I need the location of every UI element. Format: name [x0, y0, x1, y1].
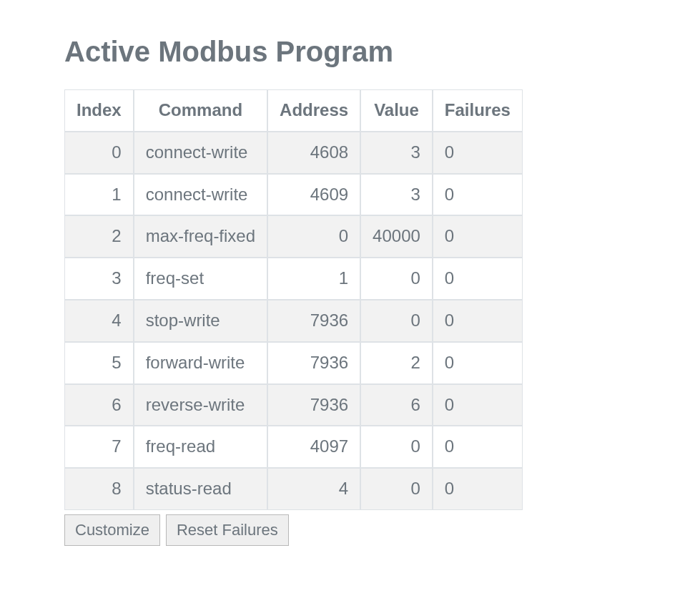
cell-command: reverse-write: [134, 384, 267, 426]
cell-index: 5: [64, 342, 134, 384]
modbus-program-table: Index Command Address Value Failures 0 c…: [64, 89, 523, 510]
cell-failures: 0: [433, 258, 523, 300]
col-header-address: Address: [267, 89, 360, 132]
cell-value: 2: [360, 342, 433, 384]
customize-button[interactable]: Customize: [64, 514, 160, 546]
cell-value: 0: [360, 300, 433, 342]
cell-failures: 0: [433, 132, 523, 174]
cell-failures: 0: [433, 300, 523, 342]
cell-failures: 0: [433, 174, 523, 216]
table-row: 2 max-freq-fixed 0 40000 0: [64, 215, 523, 258]
cell-value: 0: [360, 426, 433, 468]
cell-command: forward-write: [134, 342, 267, 384]
cell-value: 0: [360, 258, 433, 300]
table-row: 5 forward-write 7936 2 0: [64, 342, 523, 384]
cell-address: 7936: [267, 384, 360, 426]
col-header-failures: Failures: [433, 89, 523, 132]
cell-value: 3: [360, 132, 433, 174]
table-row: 8 status-read 4 0 0: [64, 468, 523, 510]
cell-command: stop-write: [134, 300, 267, 342]
table-row: 4 stop-write 7936 0 0: [64, 300, 523, 342]
cell-index: 4: [64, 300, 134, 342]
cell-address: 4: [267, 468, 360, 510]
cell-failures: 0: [433, 342, 523, 384]
cell-failures: 0: [433, 426, 523, 468]
table-row: 0 connect-write 4608 3 0: [64, 132, 523, 174]
cell-address: 4609: [267, 174, 360, 216]
cell-index: 1: [64, 174, 134, 216]
col-header-index: Index: [64, 89, 134, 132]
cell-index: 8: [64, 468, 134, 510]
cell-value: 0: [360, 468, 433, 510]
cell-address: 0: [267, 215, 360, 258]
cell-address: 4097: [267, 426, 360, 468]
table-row: 1 connect-write 4609 3 0: [64, 174, 523, 216]
cell-address: 1: [267, 258, 360, 300]
cell-failures: 0: [433, 215, 523, 258]
cell-value: 6: [360, 384, 433, 426]
table-row: 3 freq-set 1 0 0: [64, 258, 523, 300]
button-row: Customize Reset Failures: [64, 514, 631, 546]
cell-failures: 0: [433, 384, 523, 426]
cell-command: connect-write: [134, 132, 267, 174]
cell-value: 40000: [360, 215, 433, 258]
cell-index: 0: [64, 132, 134, 174]
cell-address: 7936: [267, 300, 360, 342]
reset-failures-button[interactable]: Reset Failures: [166, 514, 289, 546]
cell-command: connect-write: [134, 174, 267, 216]
page-title: Active Modbus Program: [64, 36, 631, 68]
col-header-value: Value: [360, 89, 433, 132]
cell-index: 3: [64, 258, 134, 300]
cell-failures: 0: [433, 468, 523, 510]
col-header-command: Command: [134, 89, 267, 132]
cell-address: 7936: [267, 342, 360, 384]
cell-command: status-read: [134, 468, 267, 510]
table-row: 6 reverse-write 7936 6 0: [64, 384, 523, 426]
cell-command: freq-read: [134, 426, 267, 468]
cell-address: 4608: [267, 132, 360, 174]
cell-index: 6: [64, 384, 134, 426]
cell-index: 2: [64, 215, 134, 258]
cell-command: max-freq-fixed: [134, 215, 267, 258]
cell-index: 7: [64, 426, 134, 468]
table-row: 7 freq-read 4097 0 0: [64, 426, 523, 468]
cell-command: freq-set: [134, 258, 267, 300]
table-header-row: Index Command Address Value Failures: [64, 89, 523, 132]
cell-value: 3: [360, 174, 433, 216]
